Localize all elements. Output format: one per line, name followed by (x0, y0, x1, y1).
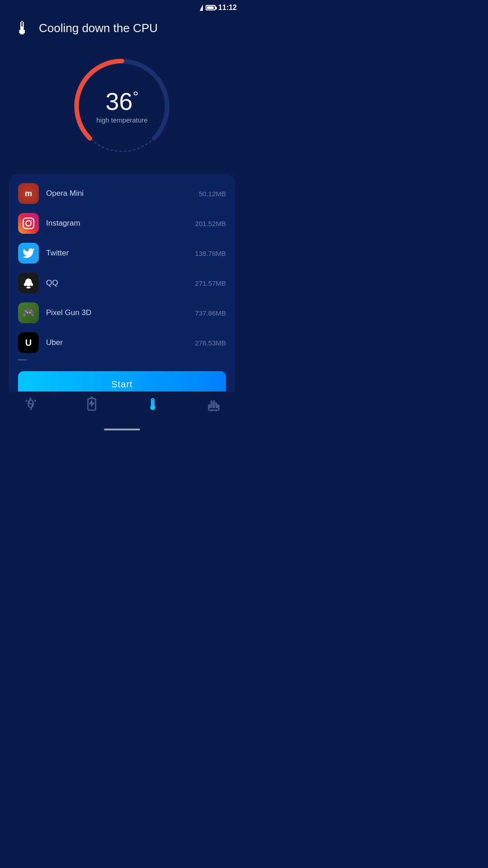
header: 🌡 Cooling down the CPU (0, 14, 244, 47)
list-item[interactable]: Twitter 138.78MB (9, 238, 235, 268)
list-separator (18, 359, 27, 360)
list-item[interactable]: QQ 271.57MB (9, 268, 235, 298)
nav-temperature[interactable] (145, 396, 160, 411)
list-item[interactable]: Instagram 201.52MB (9, 208, 235, 238)
svg-point-3 (26, 221, 31, 226)
temperature-gauge: 36° high temperature (0, 52, 244, 160)
app-name: Uber (46, 338, 188, 347)
status-bar: 11:12 (0, 0, 244, 14)
thermometer-icon: 🌡 (14, 18, 32, 38)
twitter-icon (18, 243, 39, 264)
nav-clean[interactable] (206, 396, 221, 411)
svg-point-4 (31, 220, 32, 221)
svg-rect-2 (23, 218, 33, 228)
instagram-icon (18, 213, 39, 234)
svg-rect-17 (213, 406, 214, 408)
app-size: 737.86MB (195, 309, 226, 317)
battery-icon (206, 5, 216, 10)
status-icons: 11:12 (197, 4, 237, 12)
qq-icon (18, 273, 39, 293)
gauge-center: 36° high temperature (96, 89, 147, 124)
pixelgun-icon: 🎮 (18, 302, 39, 323)
app-name: Opera Mini (46, 189, 192, 198)
app-size: 201.52MB (195, 220, 226, 227)
app-size: 138.78MB (195, 250, 226, 257)
svg-rect-18 (216, 406, 217, 408)
home-indicator[interactable] (104, 429, 140, 430)
app-name: Pixel Gun 3D (46, 308, 188, 317)
nav-battery[interactable] (84, 396, 99, 411)
svg-rect-16 (210, 406, 211, 408)
nav-boost[interactable] (23, 396, 38, 411)
temperature-value: 36° (96, 89, 147, 113)
uber-icon: U (18, 332, 39, 353)
app-name: QQ (46, 278, 188, 288)
opera-mini-icon: m (18, 183, 39, 204)
app-list: m Opera Mini 50.12MB Instagram 201.52MB (9, 179, 235, 360)
svg-point-6 (26, 287, 31, 288)
app-size: 50.12MB (199, 190, 226, 198)
app-size: 271.57MB (195, 279, 226, 287)
list-item[interactable]: U Uber 278.53MB (9, 328, 235, 358)
list-item[interactable]: m Opera Mini 50.12MB (9, 179, 235, 208)
signal-icon (197, 5, 203, 11)
apps-panel: m Opera Mini 50.12MB Instagram 201.52MB (9, 174, 235, 414)
page-title: Cooling down the CPU (39, 21, 158, 35)
clock: 11:12 (218, 4, 237, 12)
temperature-label: high temperature (96, 116, 147, 124)
gauge-wrapper: 36° high temperature (68, 52, 176, 160)
svg-marker-0 (200, 5, 203, 11)
app-name: Twitter (46, 249, 188, 258)
bottom-nav (0, 392, 244, 416)
app-name: Instagram (46, 219, 188, 228)
list-item[interactable]: 🎮 Pixel Gun 3D 737.86MB (9, 298, 235, 328)
app-size: 278.53MB (195, 339, 226, 347)
